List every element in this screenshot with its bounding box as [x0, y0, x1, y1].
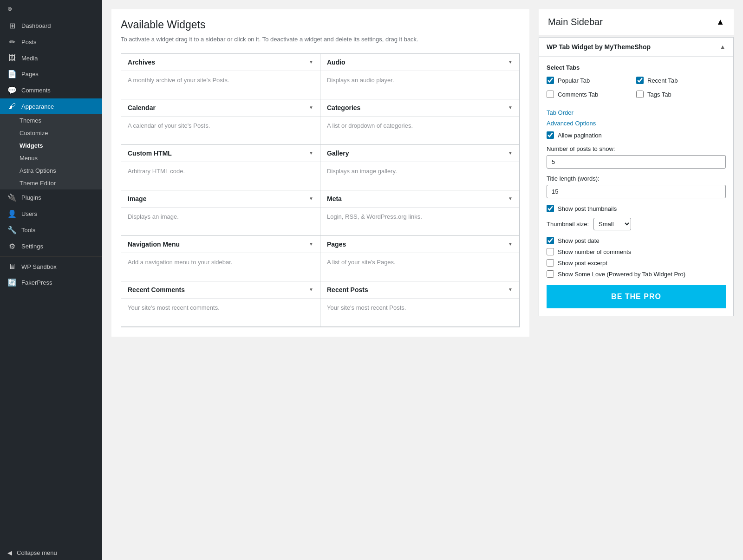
widget-header-recent-comments[interactable]: Recent Comments ▼	[121, 281, 320, 299]
comments-tab-checkbox-row[interactable]: Comments Tab	[547, 91, 636, 98]
thumbnail-size-row: Thumbnail size: Small Medium Large	[547, 218, 726, 230]
widget-custom-html: Custom HTML ▼ Arbitrary HTML code.	[121, 144, 320, 190]
widget-header-categories[interactable]: Categories ▼	[320, 99, 519, 117]
admin-sidebar: ⊛ ⊞ Dashboard ✏ Posts 🖼 Media 📄 Pages 💬 …	[0, 0, 102, 560]
widget-archives: Archives ▼ A monthly archive of your sit…	[121, 53, 320, 99]
dashboard-icon: ⊞	[7, 21, 17, 30]
sidebar-sub-customize[interactable]: Customize	[0, 127, 102, 139]
show-thumbnails-row[interactable]: Show post thumbnails	[547, 205, 726, 212]
sidebar-widget-panel: Main Sidebar ▲ WP Tab Widget by MyThemeS…	[539, 9, 734, 316]
sidebar-item-label: Pages	[21, 71, 39, 78]
widget-title-meta: Meta	[327, 195, 342, 202]
widget-header-meta[interactable]: Meta ▼	[320, 190, 519, 208]
thumbnail-size-select[interactable]: Small Medium Large	[593, 218, 631, 230]
sidebar-item-wp-sandbox[interactable]: 🖥 WP Sandbox	[0, 259, 102, 274]
widget-header-gallery[interactable]: Gallery ▼	[320, 145, 519, 162]
widget-header-navigation-menu[interactable]: Navigation Menu ▼	[121, 236, 320, 253]
sidebar-item-comments[interactable]: 💬 Comments	[0, 82, 102, 98]
sidebar-item-appearance[interactable]: 🖌 Appearance	[0, 98, 102, 114]
tab-order-link[interactable]: Tab Order	[547, 109, 726, 116]
num-posts-input[interactable]	[547, 155, 726, 169]
show-date-checkbox[interactable]	[547, 237, 554, 244]
title-length-label: Title length (words):	[547, 175, 726, 182]
advanced-options-link[interactable]: Advanced Options	[547, 120, 726, 127]
available-widgets-panel: Available Widgets To activate a widget d…	[111, 9, 529, 337]
sidebar-item-media[interactable]: 🖼 Media	[0, 50, 102, 66]
widget-header-custom-html[interactable]: Custom HTML ▼	[121, 145, 320, 162]
widget-desc-calendar: A calendar of your site's Posts.	[121, 117, 320, 144]
widget-header-image[interactable]: Image ▼	[121, 190, 320, 208]
tools-icon: 🔧	[7, 226, 17, 234]
title-length-input[interactable]	[547, 185, 726, 198]
page-title: Available Widgets	[121, 19, 520, 31]
wp-tab-widget-header[interactable]: WP Tab Widget by MyThemeShop ▲	[539, 38, 733, 57]
tags-tab-label: Tags Tab	[647, 91, 671, 98]
users-icon: 👤	[7, 209, 17, 218]
show-comments-checkbox[interactable]	[547, 248, 554, 255]
popular-tab-checkbox-row[interactable]: Popular Tab	[547, 77, 636, 84]
sidebar-item-fakerpress[interactable]: 🔄 FakerPress	[0, 274, 102, 291]
tags-tab-checkbox[interactable]	[636, 91, 644, 98]
show-date-row[interactable]: Show post date	[547, 237, 726, 244]
widget-desc-recent-posts: Your site's most recent Posts.	[320, 299, 519, 326]
tags-tab-checkbox-row[interactable]: Tags Tab	[636, 91, 726, 98]
allow-pagination-checkbox[interactable]	[547, 131, 554, 139]
widget-audio: Audio ▼ Displays an audio player.	[320, 53, 520, 99]
sidebar-item-label: Plugins	[21, 194, 41, 201]
comments-tab-checkbox[interactable]	[547, 91, 554, 98]
comments-icon: 💬	[7, 86, 17, 95]
sidebar-sub-theme-editor[interactable]: Theme Editor	[0, 177, 102, 189]
widget-navigation-menu: Navigation Menu ▼ Add a navigation menu …	[121, 235, 320, 281]
widget-desc-archives: A monthly archive of your site's Posts.	[121, 71, 320, 99]
widget-chevron-categories: ▼	[508, 105, 513, 110]
widget-header-pages[interactable]: Pages ▼	[320, 236, 519, 253]
widget-header-audio[interactable]: Audio ▼	[320, 54, 519, 71]
widget-chevron-calendar: ▼	[309, 105, 313, 110]
wp-sandbox-icon: 🖥	[7, 262, 17, 271]
show-thumbnails-checkbox[interactable]	[547, 205, 554, 212]
allow-pagination-label: Allow pagination	[558, 132, 602, 139]
main-sidebar-header[interactable]: Main Sidebar ▲	[539, 9, 734, 35]
sidebar-item-posts[interactable]: ✏ Posts	[0, 34, 102, 50]
show-excerpt-row[interactable]: Show post excerpt	[547, 259, 726, 267]
sidebar-sub-astra[interactable]: Astra Options	[0, 164, 102, 177]
show-excerpt-checkbox[interactable]	[547, 259, 554, 267]
wp-logo: ⊛	[0, 0, 102, 18]
sidebar-sub-widgets[interactable]: Widgets	[0, 139, 102, 152]
sidebar-item-pages[interactable]: 📄 Pages	[0, 66, 102, 82]
recent-tab-checkbox[interactable]	[636, 77, 644, 84]
widget-desc-gallery: Displays an image gallery.	[320, 162, 519, 190]
be-pro-button[interactable]: BE THE PRO	[547, 285, 726, 308]
widget-header-archives[interactable]: Archives ▼	[121, 54, 320, 71]
select-tabs-label: Select Tabs	[547, 64, 726, 71]
widget-header-calendar[interactable]: Calendar ▼	[121, 99, 320, 117]
appearance-icon: 🖌	[7, 102, 17, 111]
widget-chevron-archives: ▼	[309, 59, 313, 65]
sidebar-sub-menus[interactable]: Menus	[0, 152, 102, 164]
sidebar-item-dashboard[interactable]: ⊞ Dashboard	[0, 18, 102, 34]
show-love-row[interactable]: Show Some Love (Powered by Tab Widget Pr…	[547, 270, 726, 278]
widget-meta: Meta ▼ Login, RSS, & WordPress.org links…	[320, 190, 520, 236]
wp-tab-widget-title: WP Tab Widget by MyThemeShop	[547, 43, 651, 51]
show-love-checkbox[interactable]	[547, 270, 554, 278]
widget-desc-meta: Login, RSS, & WordPress.org links.	[320, 208, 519, 235]
widget-title-custom-html: Custom HTML	[128, 150, 172, 157]
sidebar-item-label: Appearance	[21, 103, 54, 110]
sidebar-item-plugins[interactable]: 🔌 Plugins	[0, 189, 102, 206]
fakerpress-icon: 🔄	[7, 278, 17, 287]
sidebar-item-settings[interactable]: ⚙ Settings	[0, 238, 102, 254]
show-comments-label: Show number of comments	[558, 248, 631, 255]
collapse-menu-button[interactable]: ◀ Collapse menu	[0, 546, 102, 560]
widget-title-audio: Audio	[327, 59, 345, 66]
sidebar-item-label: Tools	[21, 227, 35, 234]
sidebar-item-tools[interactable]: 🔧 Tools	[0, 222, 102, 238]
popular-tab-checkbox[interactable]	[547, 77, 554, 84]
widget-header-recent-posts[interactable]: Recent Posts ▼	[320, 281, 519, 299]
widget-chevron-recent-comments: ▼	[309, 287, 313, 292]
show-comments-row[interactable]: Show number of comments	[547, 248, 726, 255]
allow-pagination-row[interactable]: Allow pagination	[547, 131, 726, 139]
recent-tab-checkbox-row[interactable]: Recent Tab	[636, 77, 726, 84]
sidebar-item-users[interactable]: 👤 Users	[0, 206, 102, 222]
widget-desc-categories: A list or dropdown of categories.	[320, 117, 519, 144]
sidebar-sub-themes[interactable]: Themes	[0, 114, 102, 127]
